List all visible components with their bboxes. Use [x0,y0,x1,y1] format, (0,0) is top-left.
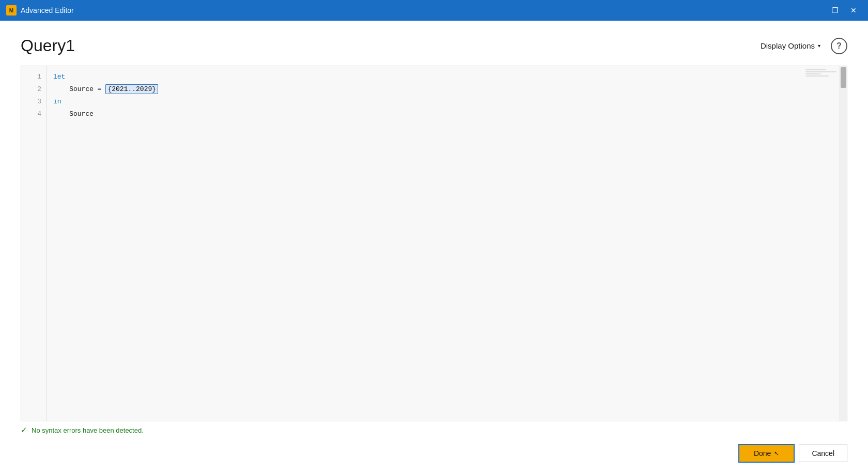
check-icon: ✓ [21,425,27,435]
minimap [805,69,836,77]
chevron-down-icon: ▾ [818,43,820,49]
app-icon: M [6,5,17,16]
minimap-line [805,73,821,74]
code-line-4: Source [53,108,841,120]
minimap-line [805,75,829,77]
status-bar: ✓ No syntax errors have been detected. [21,421,847,439]
scrollbar-thumb[interactable] [841,67,846,88]
keyword-in: in [53,98,61,105]
footer-row: Done ↖ Cancel [21,439,847,463]
cursor-icon: ↖ [774,450,779,457]
restore-button[interactable]: ❐ [827,3,843,18]
minimap-line [805,71,836,72]
page-title: Query1 [21,36,75,55]
display-options-button[interactable]: Display Options ▾ [756,38,825,53]
source-label: Source = [53,85,105,93]
help-button[interactable]: ? [831,38,847,54]
source-value-highlighted: {2021..2029} [105,84,158,94]
line-number-1: 1 [21,70,47,83]
display-options-label: Display Options [761,41,815,50]
line-number-2: 2 [21,83,47,95]
code-editor[interactable]: let Source = {2021..2029} in Source [47,66,847,421]
close-button[interactable]: ✕ [845,3,862,18]
line-numbers: 1 2 3 4 [21,66,47,421]
scrollbar[interactable] [840,66,847,421]
editor-inner: 1 2 3 4 let Source = {2021..2029} [21,66,847,421]
scrollbar-track[interactable] [840,66,847,421]
main-window: M Advanced Editor ❐ ✕ Query1 Display Opt… [0,0,868,473]
cancel-label: Cancel [812,449,834,457]
return-source: Source [53,110,94,118]
code-line-3: in [53,95,841,108]
done-label: Done [754,449,771,457]
titlebar-controls: ❐ ✕ [827,3,862,18]
header-actions: Display Options ▾ ? [756,38,847,54]
code-line-2: Source = {2021..2029} [53,83,841,95]
editor-container[interactable]: 1 2 3 4 let Source = {2021..2029} [21,66,847,421]
minimap-line [805,69,826,70]
titlebar: M Advanced Editor ❐ ✕ [0,0,868,21]
content-area: Query1 Display Options ▾ ? 1 2 3 4 [0,21,868,473]
line-number-3: 3 [21,95,47,108]
status-message: No syntax errors have been detected. [32,426,144,434]
keyword-let: let [53,73,65,81]
titlebar-left: M Advanced Editor [6,5,74,16]
header-row: Query1 Display Options ▾ ? [21,36,847,55]
line-number-4: 4 [21,108,47,120]
cancel-button[interactable]: Cancel [799,445,847,462]
svg-text:M: M [9,8,13,13]
titlebar-title: Advanced Editor [21,6,74,14]
done-button[interactable]: Done ↖ [738,444,795,463]
code-line-1: let [53,70,841,83]
